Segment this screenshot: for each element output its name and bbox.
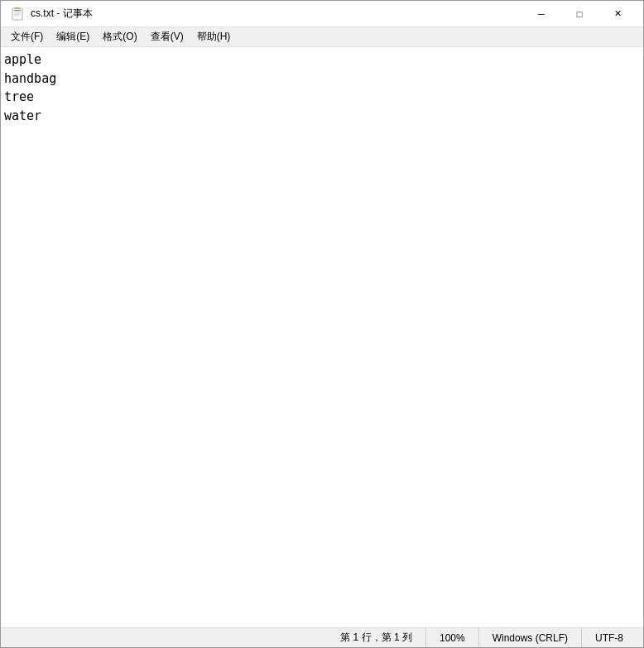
content-area: apple handbag tree water (1, 47, 643, 627)
maximize-button[interactable]: □ (560, 1, 598, 27)
title-bar-left: cs.txt - 记事本 (11, 7, 93, 21)
encoding: UTF-8 (581, 628, 637, 647)
minimize-button[interactable]: ─ (522, 1, 560, 27)
format-menu[interactable]: 格式(O) (96, 27, 143, 46)
menu-bar: 文件(F) 编辑(E) 格式(O) 查看(V) 帮助(H) (1, 27, 643, 47)
svg-rect-4 (14, 15, 19, 16)
svg-rect-3 (14, 13, 21, 14)
help-menu[interactable]: 帮助(H) (190, 27, 238, 46)
title-bar: cs.txt - 记事本 ─ □ ✕ (1, 1, 643, 27)
close-button[interactable]: ✕ (598, 1, 637, 27)
zoom-level: 100% (425, 628, 478, 647)
text-editor[interactable]: apple handbag tree water (1, 47, 643, 627)
file-menu[interactable]: 文件(F) (4, 27, 50, 46)
svg-rect-2 (14, 12, 21, 12)
window-title: cs.txt - 记事本 (31, 7, 93, 21)
svg-rect-1 (14, 10, 21, 11)
svg-rect-5 (15, 7, 20, 9)
title-buttons: ─ □ ✕ (522, 1, 637, 27)
view-menu[interactable]: 查看(V) (144, 27, 190, 46)
cursor-position: 第 1 行，第 1 列 (327, 628, 425, 647)
status-bar: 第 1 行，第 1 列 100% Windows (CRLF) UTF-8 (1, 627, 643, 647)
edit-menu[interactable]: 编辑(E) (50, 27, 96, 46)
line-ending: Windows (CRLF) (478, 628, 581, 647)
notepad-icon (11, 7, 24, 21)
notepad-window: cs.txt - 记事本 ─ □ ✕ 文件(F) 编辑(E) 格式(O) 查看(… (0, 0, 644, 648)
